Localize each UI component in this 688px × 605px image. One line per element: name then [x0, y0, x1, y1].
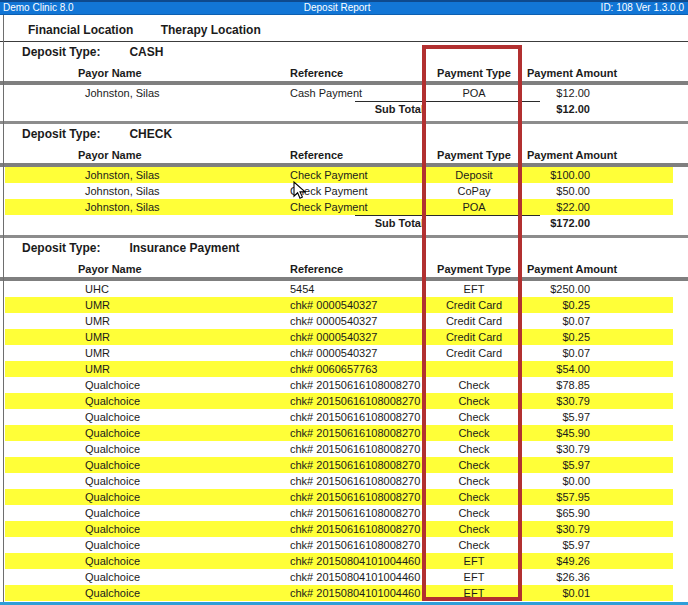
table-row[interactable]: Qualchoicechk# 20150616108008270Check$30…	[0, 521, 688, 537]
payor-cell: Qualchoice	[0, 521, 290, 537]
table-row[interactable]: Qualchoicechk# 20150616108008270Check$5.…	[0, 457, 688, 473]
table-row[interactable]: Qualchoicechk# 20150616108008270Check$57…	[0, 489, 688, 505]
amount-cell: $50.00	[523, 183, 610, 199]
reference-cell: chk# 20150616108008270	[290, 457, 425, 473]
payor-cell: UMR	[0, 361, 290, 377]
therapy-location-label: Therapy Location	[161, 23, 261, 37]
amount-cell: $0.00	[523, 473, 610, 489]
table-row[interactable]: UMRchk# 0060657763$54.00	[0, 361, 688, 377]
table-row[interactable]: Johnston, SilasCash PaymentPOA$12.00	[0, 85, 688, 101]
column-header-payment-amount: Payment Amount	[523, 67, 610, 79]
payor-cell: UMR	[0, 313, 290, 329]
deposit-type-value: Insurance Payment	[129, 241, 239, 255]
column-header-reference: Reference	[290, 149, 425, 161]
app-name: Demo Clinic 8.0	[3, 2, 74, 14]
deposit-type-row: Deposit Type: Insurance Payment	[0, 238, 688, 258]
payor-cell: Qualchoice	[0, 377, 290, 393]
table-row[interactable]: Qualchoicechk# 20150804101004460EFT$0.01	[0, 585, 688, 601]
amount-cell: $78.85	[523, 377, 610, 393]
column-header-row: Payor Name Reference Payment Type Paymen…	[0, 62, 688, 81]
amount-cell: $30.79	[523, 521, 610, 537]
mouse-cursor-icon	[293, 181, 306, 204]
window-titlebar: Demo Clinic 8.0 Deposit Report ID: 108 V…	[0, 0, 688, 15]
deposit-section: Deposit Type: Insurance Payment Payor Na…	[0, 235, 688, 604]
table-row[interactable]: Johnston, SilasCheck PaymentCoPay$50.00	[0, 183, 688, 199]
deposit-type-value: CASH	[129, 45, 163, 59]
table-row[interactable]: Qualchoicechk# 20150616108008270Check$0.…	[0, 473, 688, 489]
section-rows: Johnston, SilasCash PaymentPOA$12.00	[0, 85, 688, 101]
deposit-section: Deposit Type: CHECK Payor Name Reference…	[0, 121, 688, 235]
table-row[interactable]: Qualchoicechk# 20150804101004460EFT$49.2…	[0, 553, 688, 569]
table-row[interactable]: Qualchoicechk# 20150616108008270Check$30…	[0, 393, 688, 409]
location-header-row: Financial Location Therapy Location	[0, 22, 688, 38]
deposit-type-row: Deposit Type: CHECK	[0, 124, 688, 144]
reference-cell: 5454	[290, 281, 425, 297]
section-rows: UHC5454EFT$250.00UMRchk# 0000540327Credi…	[0, 281, 688, 601]
reference-cell: chk# 20150804101004460	[290, 553, 425, 569]
reference-cell: chk# 20150616108008270	[290, 441, 425, 457]
amount-cell: $0.01	[523, 585, 610, 601]
deposit-report-window: Demo Clinic 8.0 Deposit Report ID: 108 V…	[0, 0, 688, 605]
payor-cell: Johnston, Silas	[0, 167, 290, 183]
payor-cell: Johnston, Silas	[0, 199, 290, 215]
column-header-reference: Reference	[290, 263, 425, 275]
deposit-type-label: Deposit Type:	[22, 241, 100, 255]
reference-cell: chk# 20150616108008270	[290, 377, 425, 393]
deposit-type-label: Deposit Type:	[22, 45, 100, 59]
reference-cell: Check Payment	[290, 167, 425, 183]
report-title: Deposit Report	[74, 2, 601, 14]
table-row[interactable]: Johnston, SilasCheck PaymentPOA$22.00	[0, 199, 688, 215]
reference-cell: chk# 0000540327	[290, 329, 425, 345]
reference-cell: Check Payment	[290, 199, 425, 215]
amount-cell: $65.90	[523, 505, 610, 521]
payor-cell: UHC	[0, 281, 290, 297]
amount-cell: $5.97	[523, 409, 610, 425]
deposit-type-value: CHECK	[129, 127, 172, 141]
column-header-payment-amount: Payment Amount	[523, 149, 610, 161]
reference-cell: chk# 0000540327	[290, 297, 425, 313]
subtotal-value: $12.00	[523, 101, 610, 118]
column-header-reference: Reference	[290, 67, 425, 79]
reference-cell: chk# 0000540327	[290, 345, 425, 361]
table-row[interactable]: UHC5454EFT$250.00	[0, 281, 688, 297]
reference-cell: chk# 20150616108008270	[290, 473, 425, 489]
table-row[interactable]: Qualchoicechk# 20150616108008270Check$78…	[0, 377, 688, 393]
column-header-payment-amount: Payment Amount	[523, 263, 610, 275]
subtotal-row: Sub Total $172.00	[0, 215, 688, 232]
table-row[interactable]: UMRchk# 0000540327Credit Card$0.07	[0, 345, 688, 361]
amount-cell: $0.07	[523, 313, 610, 329]
reference-cell: chk# 20150616108008270	[290, 537, 425, 553]
reference-cell: chk# 20150616108008270	[290, 505, 425, 521]
payor-cell: Qualchoice	[0, 553, 290, 569]
amount-cell: $250.00	[523, 281, 610, 297]
table-left-border	[3, 15, 4, 605]
subtotal-label: Sub Total	[0, 215, 425, 232]
payor-cell: Qualchoice	[0, 569, 290, 585]
payor-cell: UMR	[0, 329, 290, 345]
table-row[interactable]: Qualchoicechk# 20150616108008270Check$5.…	[0, 409, 688, 425]
reference-cell: chk# 20150616108008270	[290, 409, 425, 425]
reference-cell: chk# 20150616108008270	[290, 425, 425, 441]
table-row[interactable]: Qualchoicechk# 20150616108008270Check$30…	[0, 441, 688, 457]
deposit-type-label: Deposit Type:	[22, 127, 100, 141]
amount-cell: $0.25	[523, 297, 610, 313]
table-row[interactable]: Qualchoicechk# 20150616108008270Check$5.…	[0, 537, 688, 553]
table-row[interactable]: UMRchk# 0000540327Credit Card$0.07	[0, 313, 688, 329]
table-row[interactable]: Qualchoicechk# 20150616108008270Check$45…	[0, 425, 688, 441]
table-row[interactable]: Qualchoicechk# 20150616108008270Check$65…	[0, 505, 688, 521]
table-row[interactable]: Qualchoicechk# 20150804101004460EFT$26.3…	[0, 569, 688, 585]
amount-cell: $30.79	[523, 441, 610, 457]
amount-cell: $0.25	[523, 329, 610, 345]
table-row[interactable]: UMRchk# 0000540327Credit Card$0.25	[0, 329, 688, 345]
payor-cell: Qualchoice	[0, 441, 290, 457]
deposit-section: Deposit Type: CASH Payor Name Reference …	[0, 42, 688, 121]
payor-cell: UMR	[0, 297, 290, 313]
amount-cell: $22.00	[523, 199, 610, 215]
payor-cell: Qualchoice	[0, 489, 290, 505]
table-row[interactable]: UMRchk# 0000540327Credit Card$0.25	[0, 297, 688, 313]
amount-cell: $30.79	[523, 393, 610, 409]
amount-cell: $0.07	[523, 345, 610, 361]
table-row[interactable]: Johnston, SilasCheck PaymentDeposit$100.…	[0, 167, 688, 183]
payor-cell: Qualchoice	[0, 473, 290, 489]
payor-cell: Qualchoice	[0, 393, 290, 409]
